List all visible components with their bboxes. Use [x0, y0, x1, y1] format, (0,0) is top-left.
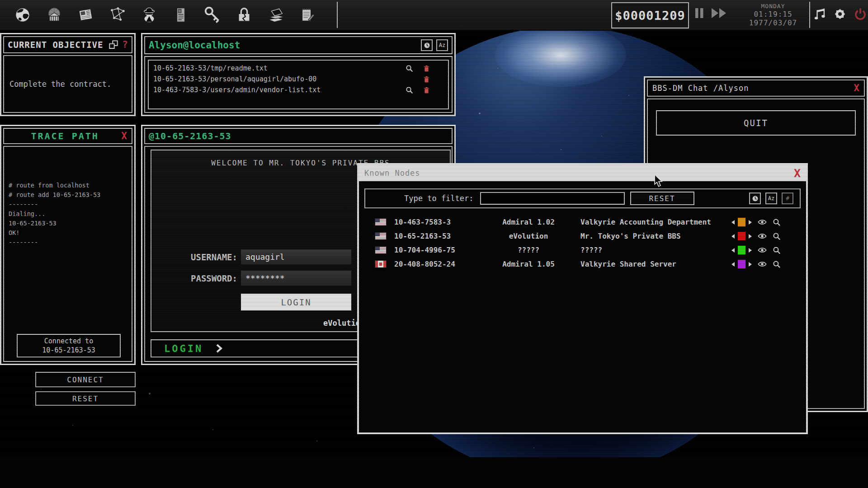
connection-status-box: Connected to 10-65-2163-53	[17, 334, 121, 357]
node-software: ?????	[476, 246, 580, 254]
toolbar-app-icons	[13, 5, 317, 25]
node-name: Valkyrie Accounting Department	[580, 218, 713, 226]
node-color-swatch	[738, 260, 745, 268]
node-color-swatch	[738, 218, 745, 226]
power-icon[interactable]	[854, 7, 867, 21]
known-nodes-window: Known Nodes X Type to filter: RESET Az #…	[357, 163, 808, 434]
view-file-icon[interactable]	[406, 86, 424, 94]
bottom-letterbox-bar	[0, 457, 868, 488]
eye-icon[interactable]	[757, 219, 767, 225]
pause-icon[interactable]	[694, 7, 704, 19]
login-tab-label: LOGIN	[164, 343, 203, 354]
node-row[interactable]: 20-408-8052-24 Admiral 1.05 Valkyrie Sha…	[359, 257, 806, 271]
trace-log-line: # route add 10-65-2163-53	[9, 190, 127, 200]
sort-alpha-button[interactable]: Az	[436, 39, 448, 51]
bbs-login-button[interactable]: LOGIN	[241, 294, 351, 310]
stealth-icon[interactable]	[139, 5, 159, 25]
magnifier-icon[interactable]	[773, 232, 781, 240]
overlap-squares-icon[interactable]	[108, 40, 118, 50]
music-icon[interactable]	[813, 7, 826, 21]
eye-icon[interactable]	[757, 233, 767, 239]
prev-color-icon[interactable]	[731, 220, 735, 225]
trace-body: # route from localhost# route add 10-65-…	[3, 146, 132, 362]
money-counter: $00001209	[611, 2, 689, 28]
node-row[interactable]: 10-704-4996-75 ????? ?????	[359, 243, 806, 257]
bank-icon[interactable]	[44, 5, 64, 25]
next-color-icon[interactable]	[749, 234, 752, 239]
file-row: 10-463-7583-3/users/admin/vendor-list.tx…	[153, 84, 443, 95]
delete-file-icon[interactable]	[424, 87, 443, 94]
fast-forward-icon[interactable]	[711, 7, 727, 19]
help-icon[interactable]: ?	[122, 39, 128, 50]
delete-file-icon[interactable]	[424, 65, 443, 72]
prev-color-icon[interactable]	[731, 248, 735, 253]
username-label: USERNAME:	[151, 252, 237, 262]
prev-color-icon[interactable]	[731, 262, 735, 267]
objective-title: CURRENT OBJECTIVE	[8, 40, 108, 50]
password-label: PASSWORD:	[151, 273, 237, 283]
sort-by-time-button[interactable]	[749, 192, 761, 204]
node-number: 10-65-2163-53	[391, 232, 476, 240]
node-name: Valkyrie Shared Server	[580, 260, 713, 268]
next-color-icon[interactable]	[749, 262, 752, 267]
node-row[interactable]: 10-65-2163-53 eVolution Mr. Tokyo's Priv…	[359, 229, 806, 243]
trace-header: TRACE PATH X	[3, 128, 132, 144]
node-number: 10-463-7583-3	[391, 218, 476, 226]
objective-text: Complete the contract.	[9, 80, 111, 89]
lockpick-icon[interactable]	[234, 5, 254, 25]
close-icon[interactable]: X	[121, 131, 127, 141]
network-icon[interactable]	[108, 5, 127, 25]
connection-status-line1: Connected to	[18, 337, 120, 346]
prev-color-icon[interactable]	[731, 234, 735, 239]
reset-button[interactable]: RESET	[35, 391, 136, 406]
view-file-icon[interactable]	[406, 65, 424, 72]
connect-button[interactable]: CONNECT	[35, 372, 136, 387]
magnifier-icon[interactable]	[773, 260, 781, 268]
filter-reset-button[interactable]: RESET	[630, 192, 694, 205]
close-icon[interactable]: X	[854, 83, 859, 94]
trace-log-line: --------	[9, 238, 127, 247]
node-number: 10-704-4996-75	[391, 246, 476, 254]
eye-icon[interactable]	[757, 261, 767, 267]
password-field[interactable]: ********	[241, 271, 351, 286]
library-icon[interactable]	[266, 5, 286, 25]
files-panel: Alyson@localhost Az 10-65-2163-53/tmp/re…	[141, 33, 456, 116]
trace-title: TRACE PATH	[9, 131, 121, 141]
close-icon[interactable]: X	[794, 167, 801, 180]
next-color-icon[interactable]	[749, 248, 752, 253]
filter-input[interactable]	[480, 192, 625, 205]
settings-icon[interactable]	[833, 7, 847, 21]
delete-file-icon[interactable]	[424, 76, 443, 83]
username-field[interactable]: aquagirl	[241, 249, 351, 264]
next-color-icon[interactable]	[749, 220, 752, 225]
file-path: 10-65-2163-53/tmp/readme.txt	[153, 64, 406, 72]
files-header: Alyson@localhost Az	[144, 36, 453, 54]
nodes-sort-buttons: Az #	[749, 192, 793, 204]
sort-numeric-button[interactable]: #	[782, 192, 793, 204]
node-software: Admiral 1.02	[476, 218, 580, 226]
node-row[interactable]: 10-463-7583-3 Admiral 1.02 Valkyrie Acco…	[359, 215, 806, 229]
sort-alpha-button[interactable]: Az	[765, 192, 777, 204]
mail-icon[interactable]	[171, 5, 191, 25]
trace-log-line: 10-65-2163-53	[9, 219, 127, 228]
filter-label: Type to filter:	[404, 194, 474, 203]
key-icon[interactable]	[203, 5, 222, 25]
trace-log: # route from localhost# route add 10-65-…	[4, 147, 132, 253]
files-list: 10-65-2163-53/tmp/readme.txt 10-65-2163-…	[148, 60, 449, 109]
node-controls	[713, 218, 806, 226]
node-color-swatch	[738, 232, 745, 240]
world-icon[interactable]	[13, 5, 33, 25]
connection-status-line2: 10-65-2163-53	[18, 346, 120, 355]
magnifier-icon[interactable]	[773, 218, 781, 226]
notes-icon[interactable]	[297, 5, 317, 25]
sort-by-time-button[interactable]	[421, 39, 433, 51]
magnifier-icon[interactable]	[773, 246, 781, 254]
file-path: 10-65-2163-53/personal/aquagirl/abufo-00	[153, 75, 406, 83]
known-nodes-titlebar[interactable]: Known Nodes X	[359, 165, 806, 181]
eye-icon[interactable]	[757, 247, 767, 253]
time-controls	[694, 7, 727, 19]
game-clock: MONDAY 01:19:15 1977/03/07	[739, 3, 807, 27]
node-name: ?????	[580, 246, 713, 254]
news-icon[interactable]	[76, 5, 96, 25]
quit-button[interactable]: QUIT	[656, 110, 856, 136]
